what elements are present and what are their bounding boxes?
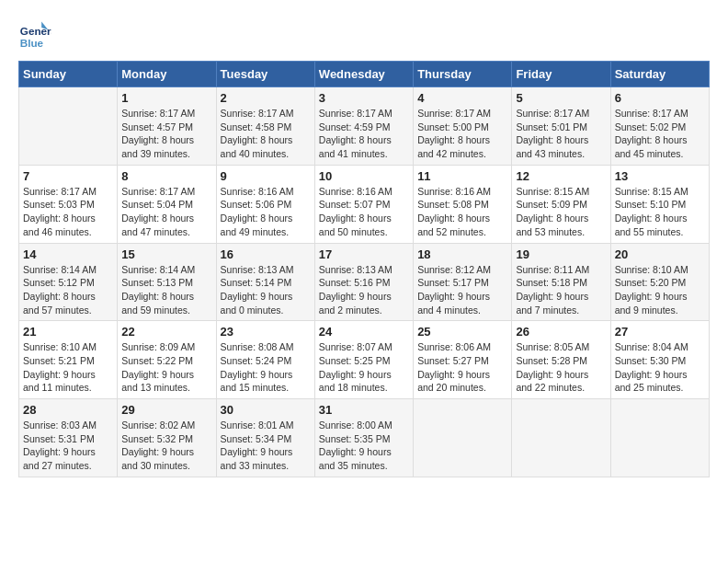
day-number: 17 <box>319 247 409 261</box>
calendar-cell: 5Sunrise: 8:17 AM Sunset: 5:01 PM Daylig… <box>512 87 610 166</box>
logo: GeneralBlue <box>18 18 51 52</box>
calendar-cell: 30Sunrise: 8:01 AM Sunset: 5:34 PM Dayli… <box>216 399 314 477</box>
day-number: 28 <box>23 403 113 417</box>
calendar-cell <box>19 87 118 166</box>
day-number: 2 <box>221 91 311 105</box>
weekday-header-row: SundayMondayTuesdayWednesdayThursdayFrid… <box>19 62 710 87</box>
day-info: Sunrise: 8:03 AM Sunset: 5:31 PM Dayligh… <box>23 419 113 473</box>
day-number: 23 <box>221 325 311 339</box>
calendar-cell: 10Sunrise: 8:16 AM Sunset: 5:07 PM Dayli… <box>314 165 413 243</box>
day-info: Sunrise: 8:14 AM Sunset: 5:12 PM Dayligh… <box>23 263 113 317</box>
day-number: 22 <box>121 325 211 339</box>
day-number: 15 <box>121 247 211 261</box>
calendar-cell <box>512 399 610 477</box>
calendar-cell: 25Sunrise: 8:06 AM Sunset: 5:27 PM Dayli… <box>414 321 512 399</box>
day-info: Sunrise: 8:17 AM Sunset: 5:04 PM Dayligh… <box>121 185 211 239</box>
calendar-cell: 18Sunrise: 8:12 AM Sunset: 5:17 PM Dayli… <box>414 243 512 321</box>
calendar-cell: 8Sunrise: 8:17 AM Sunset: 5:04 PM Daylig… <box>118 165 216 243</box>
svg-text:Blue: Blue <box>20 37 44 49</box>
day-number: 9 <box>221 169 311 183</box>
day-info: Sunrise: 8:13 AM Sunset: 5:14 PM Dayligh… <box>221 263 311 317</box>
day-info: Sunrise: 8:17 AM Sunset: 5:01 PM Dayligh… <box>516 107 606 161</box>
weekday-header-thursday: Thursday <box>414 62 512 87</box>
day-number: 19 <box>516 247 606 261</box>
calendar-cell: 19Sunrise: 8:11 AM Sunset: 5:18 PM Dayli… <box>512 243 610 321</box>
calendar-cell: 13Sunrise: 8:15 AM Sunset: 5:10 PM Dayli… <box>610 165 709 243</box>
day-info: Sunrise: 8:04 AM Sunset: 5:30 PM Dayligh… <box>615 340 705 395</box>
day-info: Sunrise: 8:15 AM Sunset: 5:10 PM Dayligh… <box>615 185 705 239</box>
week-row-1: 1Sunrise: 8:17 AM Sunset: 4:57 PM Daylig… <box>19 87 710 166</box>
calendar-cell: 9Sunrise: 8:16 AM Sunset: 5:06 PM Daylig… <box>216 165 314 243</box>
day-info: Sunrise: 8:15 AM Sunset: 5:09 PM Dayligh… <box>516 185 606 239</box>
day-number: 11 <box>417 169 507 183</box>
day-number: 5 <box>516 91 606 105</box>
day-info: Sunrise: 8:17 AM Sunset: 4:57 PM Dayligh… <box>121 107 211 161</box>
calendar-cell: 7Sunrise: 8:17 AM Sunset: 5:03 PM Daylig… <box>19 165 118 243</box>
calendar-cell: 22Sunrise: 8:09 AM Sunset: 5:22 PM Dayli… <box>118 321 216 399</box>
day-number: 20 <box>615 247 705 261</box>
day-number: 31 <box>319 403 409 417</box>
day-number: 1 <box>121 91 211 105</box>
day-number: 27 <box>615 325 705 339</box>
day-number: 30 <box>221 403 311 417</box>
weekday-header-friday: Friday <box>512 62 610 87</box>
calendar-cell: 29Sunrise: 8:02 AM Sunset: 5:32 PM Dayli… <box>118 399 216 477</box>
calendar-cell: 26Sunrise: 8:05 AM Sunset: 5:28 PM Dayli… <box>512 321 610 399</box>
day-number: 10 <box>319 169 409 183</box>
day-info: Sunrise: 8:05 AM Sunset: 5:28 PM Dayligh… <box>516 340 606 395</box>
day-number: 7 <box>23 169 113 183</box>
day-number: 26 <box>516 325 606 339</box>
calendar-table: SundayMondayTuesdayWednesdayThursdayFrid… <box>18 61 710 477</box>
calendar-cell: 15Sunrise: 8:14 AM Sunset: 5:13 PM Dayli… <box>118 243 216 321</box>
day-number: 29 <box>121 403 211 417</box>
week-row-5: 28Sunrise: 8:03 AM Sunset: 5:31 PM Dayli… <box>19 399 710 477</box>
week-row-4: 21Sunrise: 8:10 AM Sunset: 5:21 PM Dayli… <box>19 321 710 399</box>
calendar-cell: 12Sunrise: 8:15 AM Sunset: 5:09 PM Dayli… <box>512 165 610 243</box>
logo-icon: GeneralBlue <box>18 18 51 52</box>
calendar-cell: 21Sunrise: 8:10 AM Sunset: 5:21 PM Dayli… <box>19 321 118 399</box>
day-number: 16 <box>221 247 311 261</box>
svg-text:General: General <box>20 25 51 37</box>
calendar-cell <box>610 399 709 477</box>
day-info: Sunrise: 8:17 AM Sunset: 5:02 PM Dayligh… <box>615 107 705 161</box>
day-info: Sunrise: 8:10 AM Sunset: 5:21 PM Dayligh… <box>23 340 113 395</box>
calendar-cell: 17Sunrise: 8:13 AM Sunset: 5:16 PM Dayli… <box>314 243 413 321</box>
weekday-header-wednesday: Wednesday <box>314 62 413 87</box>
day-info: Sunrise: 8:17 AM Sunset: 5:03 PM Dayligh… <box>23 185 113 239</box>
day-info: Sunrise: 8:10 AM Sunset: 5:20 PM Dayligh… <box>615 263 705 317</box>
calendar-cell: 23Sunrise: 8:08 AM Sunset: 5:24 PM Dayli… <box>216 321 314 399</box>
day-info: Sunrise: 8:00 AM Sunset: 5:35 PM Dayligh… <box>319 419 409 473</box>
day-info: Sunrise: 8:17 AM Sunset: 4:59 PM Dayligh… <box>319 107 409 161</box>
day-number: 21 <box>23 325 113 339</box>
day-number: 13 <box>615 169 705 183</box>
calendar-cell <box>414 399 512 477</box>
calendar-cell: 14Sunrise: 8:14 AM Sunset: 5:12 PM Dayli… <box>19 243 118 321</box>
calendar-cell: 3Sunrise: 8:17 AM Sunset: 4:59 PM Daylig… <box>314 87 413 166</box>
week-row-3: 14Sunrise: 8:14 AM Sunset: 5:12 PM Dayli… <box>19 243 710 321</box>
calendar-cell: 16Sunrise: 8:13 AM Sunset: 5:14 PM Dayli… <box>216 243 314 321</box>
day-number: 18 <box>417 247 507 261</box>
day-info: Sunrise: 8:13 AM Sunset: 5:16 PM Dayligh… <box>319 263 409 317</box>
week-row-2: 7Sunrise: 8:17 AM Sunset: 5:03 PM Daylig… <box>19 165 710 243</box>
day-info: Sunrise: 8:16 AM Sunset: 5:08 PM Dayligh… <box>417 185 507 239</box>
day-info: Sunrise: 8:01 AM Sunset: 5:34 PM Dayligh… <box>221 419 311 473</box>
header: GeneralBlue <box>18 18 710 52</box>
day-number: 4 <box>417 91 507 105</box>
day-info: Sunrise: 8:11 AM Sunset: 5:18 PM Dayligh… <box>516 263 606 317</box>
calendar-cell: 6Sunrise: 8:17 AM Sunset: 5:02 PM Daylig… <box>610 87 709 166</box>
weekday-header-monday: Monday <box>118 62 216 87</box>
weekday-header-sunday: Sunday <box>19 62 118 87</box>
day-info: Sunrise: 8:17 AM Sunset: 5:00 PM Dayligh… <box>417 107 507 161</box>
calendar-cell: 24Sunrise: 8:07 AM Sunset: 5:25 PM Dayli… <box>314 321 413 399</box>
weekday-header-tuesday: Tuesday <box>216 62 314 87</box>
calendar-cell: 31Sunrise: 8:00 AM Sunset: 5:35 PM Dayli… <box>314 399 413 477</box>
day-info: Sunrise: 8:08 AM Sunset: 5:24 PM Dayligh… <box>221 340 311 395</box>
day-info: Sunrise: 8:06 AM Sunset: 5:27 PM Dayligh… <box>417 340 507 395</box>
calendar-cell: 28Sunrise: 8:03 AM Sunset: 5:31 PM Dayli… <box>19 399 118 477</box>
calendar-cell: 2Sunrise: 8:17 AM Sunset: 4:58 PM Daylig… <box>216 87 314 166</box>
calendar-cell: 27Sunrise: 8:04 AM Sunset: 5:30 PM Dayli… <box>610 321 709 399</box>
day-number: 25 <box>417 325 507 339</box>
day-info: Sunrise: 8:02 AM Sunset: 5:32 PM Dayligh… <box>121 419 211 473</box>
day-number: 12 <box>516 169 606 183</box>
day-number: 6 <box>615 91 705 105</box>
